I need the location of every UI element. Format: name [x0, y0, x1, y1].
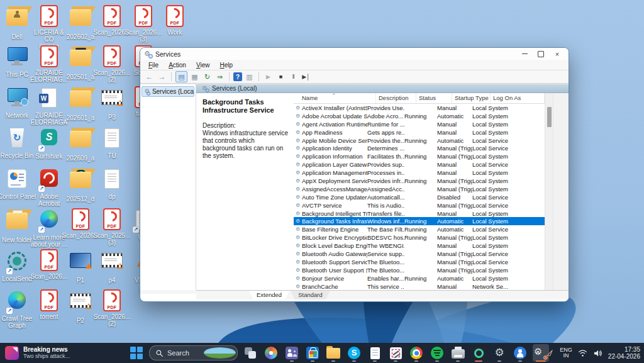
pause-service-icon[interactable]: ‖ [288, 72, 299, 82]
desktop-icon[interactable]: PDFScan_2026...(2) [92, 289, 132, 327]
taskbar-chrome[interactable] [408, 344, 425, 362]
service-gear-icon: ⚙ [294, 162, 302, 167]
service-row[interactable]: ⚙Background Intelligent Tran...Transfers… [294, 209, 545, 218]
scrollbar-thumb[interactable] [547, 107, 552, 127]
tree-item-services-local[interactable]: ⚙ Services (Local) [142, 86, 194, 97]
menu-view[interactable]: View [192, 61, 214, 69]
column-header-status[interactable]: Status [416, 93, 452, 103]
service-row[interactable]: ⚙AVCTP serviceThis is Audio...Manual (Tr… [294, 201, 545, 209]
tab-extended[interactable]: Extended [249, 291, 289, 299]
taskbar-task-view[interactable] [242, 344, 258, 362]
running-indicator [497, 360, 501, 362]
start-service-icon[interactable]: ▶ [263, 72, 274, 82]
minimize-button[interactable] [521, 50, 528, 58]
window-title: Services [155, 50, 521, 58]
wifi-icon[interactable] [578, 349, 587, 357]
service-row[interactable]: ⚙App ReadinessGets apps re...ManualLocal… [294, 128, 545, 137]
help-icon[interactable]: ? [233, 72, 242, 81]
service-row[interactable]: ⚙Base Filtering EngineThe Base Filt...Ru… [294, 225, 545, 233]
search-box[interactable]: Search [149, 345, 238, 360]
forward-icon[interactable]: → [157, 72, 167, 82]
export-list-icon[interactable]: ⇒ [214, 72, 225, 82]
service-row[interactable]: ⚙Auto Time Zone UpdaterAutomaticall...Di… [294, 193, 545, 201]
service-row[interactable]: ⚙ActiveX Installer (AxInstSV)Provides Us… [294, 104, 545, 112]
service-description: Transfers file... [367, 210, 404, 217]
window-titlebar[interactable]: ⚙ Services × [140, 48, 569, 60]
hidden-icons-chevron[interactable]: ^ [536, 350, 540, 357]
service-row[interactable]: ⚙Application Layer Gateway S...Provides … [294, 160, 545, 169]
service-row[interactable]: ⚙Apple Mobile Device ServiceProvides the… [294, 137, 545, 145]
pen-icon[interactable] [545, 349, 554, 357]
taskbar-file-explorer[interactable] [325, 344, 341, 362]
maximize-button[interactable] [537, 50, 545, 58]
desktop-icon[interactable]: dp [92, 167, 132, 200]
service-startup-type: Manual [437, 210, 472, 217]
desktop-icon[interactable]: TU [92, 126, 132, 159]
taskbar-skype[interactable]: S [346, 344, 362, 362]
taskbar-printer[interactable] [450, 344, 466, 362]
stop-service-icon[interactable]: ■ [275, 72, 286, 82]
service-row[interactable]: ⚙Application IdentityDetermines ...Manua… [294, 144, 545, 152]
menu-help[interactable]: Help [215, 61, 237, 69]
service-row[interactable]: ⚙BranchCacheThis service ...ManualNetwor… [294, 282, 545, 291]
tab-standard[interactable]: Standard [291, 291, 330, 299]
service-row[interactable]: ⚙Adobe Acrobat Update Servi...Adobe Acro… [294, 112, 545, 120]
service-row[interactable]: ⚙Bluetooth Audio Gateway Se...Service su… [294, 250, 545, 258]
service-row[interactable]: ⚙Bluetooth User Support Serv...The Bluet… [294, 266, 545, 274]
taskbar-teams[interactable] [284, 344, 300, 362]
service-row[interactable]: ⚙AssignedAccessManager Ser...AssignedAcc… [294, 185, 545, 193]
shortcut-arrow-icon: ↗ [6, 308, 13, 314]
column-header-startup-type[interactable]: Startup Type [452, 93, 491, 103]
service-log-on-as: Local System [472, 169, 545, 176]
service-row[interactable]: ⚙Application InformationFacilitates th..… [294, 152, 545, 160]
service-row[interactable]: ⚙Block Level Backup Engine S...The WBENG… [294, 242, 545, 250]
service-name: Application Information [302, 153, 367, 160]
service-row[interactable]: ⚙Background Tasks Infrastruc...Windows i… [294, 217, 545, 225]
taskbar-notepad[interactable] [367, 344, 383, 362]
column-header-log-on-as[interactable]: Log On As [491, 93, 545, 103]
restart-service-icon[interactable]: ▶│ [301, 72, 311, 82]
service-log-on-as: Local Service [472, 194, 545, 201]
service-description: Adobe Acro... [367, 113, 404, 120]
service-row[interactable]: ⚙BitLocker Drive Encryption S...BDESVC h… [294, 233, 545, 242]
service-row[interactable]: ⚙Application ManagementProcesses in...Ma… [294, 169, 545, 177]
refresh-icon[interactable]: ↻ [202, 72, 213, 82]
back-icon[interactable]: ← [144, 72, 155, 82]
column-header-description[interactable]: Description [376, 93, 416, 103]
search-daily-image[interactable] [204, 347, 236, 359]
desktop-icon[interactable]: PDFWork [155, 5, 195, 36]
service-row[interactable]: ⚙Bluetooth Support ServiceThe Bluetoo...… [294, 258, 545, 266]
taskbar-spotify[interactable] [429, 344, 445, 362]
vertical-scrollbar[interactable] [545, 93, 553, 290]
folder-icon [70, 9, 91, 26]
service-description: Facilitates th... [367, 153, 404, 160]
widgets-headline[interactable]: Breaking news Two ships attack... [23, 346, 70, 360]
start-button[interactable] [128, 344, 145, 362]
volume-icon[interactable] [593, 349, 602, 357]
shortcut-arrow-icon: ↗ [133, 226, 139, 233]
taskbar-photos[interactable] [263, 344, 279, 362]
service-row[interactable]: ⚙Agent Activation Runtime_a...Runtime fo… [294, 120, 545, 128]
taskbar-snipping-tool[interactable] [387, 344, 404, 362]
taskbar-settings[interactable]: ⚙ [491, 344, 508, 362]
close-button[interactable]: × [553, 50, 561, 58]
show-action-pane-icon[interactable]: ▥ [244, 72, 255, 82]
show-console-tree-icon[interactable]: ▤ [175, 71, 187, 82]
service-row[interactable]: ⚙AppX Deployment Service (A...Provides i… [294, 177, 545, 185]
desktop-icon-label: Work [155, 29, 195, 36]
menu-action[interactable]: Action [164, 61, 191, 69]
widgets-icon[interactable] [5, 346, 19, 360]
taskbar-ring-utility[interactable] [470, 344, 487, 362]
properties-icon[interactable]: ▦ [189, 72, 200, 82]
service-row[interactable]: ⚙Bonjour ServiceEnables har...RunningAut… [294, 274, 545, 282]
taskbar-get-help[interactable] [512, 344, 528, 362]
language-indicator[interactable]: ENG IN [560, 347, 572, 359]
pdf-file-icon: PDF [40, 289, 58, 311]
service-startup-type: Manual [437, 121, 472, 128]
service-log-on-as: Local System [472, 153, 545, 160]
clock[interactable]: 17:35 22-04-2026 [608, 346, 640, 360]
service-gear-icon: ⚙ [294, 170, 302, 176]
pdf-file-icon: PDF [166, 5, 184, 27]
menu-file[interactable]: File [144, 61, 163, 69]
taskbar-store[interactable] [304, 344, 321, 362]
